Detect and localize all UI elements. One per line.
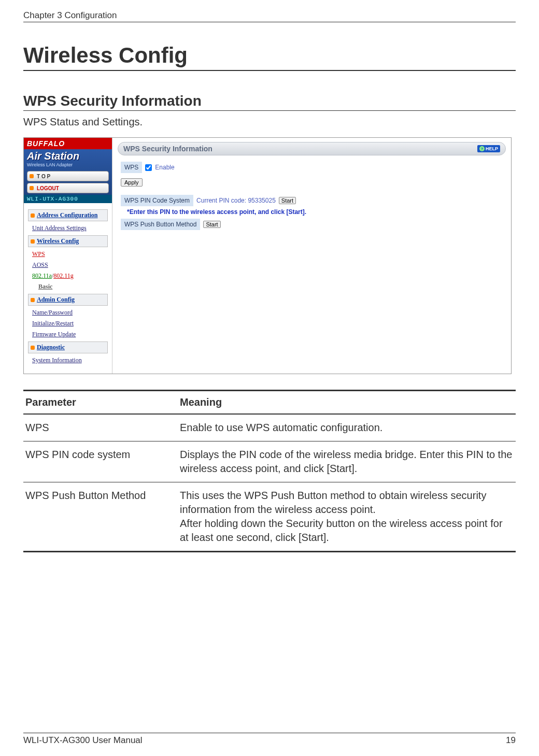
model-label: WLI-UTX-AG300 (24, 195, 112, 203)
bullet-icon (30, 174, 34, 178)
pin-block: WPS PIN Code System Current PIN code: 95… (121, 195, 506, 230)
product-subtitle: Wireless LAN Adapter (24, 162, 112, 169)
running-header: Chapter 3 Configuration (23, 10, 516, 22)
meaning-cell: Displays the PIN code of the wireless me… (178, 441, 516, 482)
footer-page-number: 19 (506, 735, 516, 746)
param-cell: WPS (23, 414, 178, 441)
pin-value: Current PIN code: 95335025 (196, 197, 276, 204)
help-button[interactable]: ?HELP (477, 145, 500, 152)
apply-button[interactable]: Apply (121, 178, 143, 187)
sidebar-item-label: System Information (32, 356, 82, 364)
bullet-icon (31, 239, 35, 244)
page-title: Wireless Config (23, 43, 516, 71)
table-header-meaning: Meaning (178, 391, 516, 415)
sidebar-item-label: Wireless Config (37, 237, 79, 245)
param-cell: WPS PIN code system (23, 441, 178, 482)
sidebar-item-initialize[interactable]: Initialize/Restart (32, 320, 108, 327)
pin-start-button[interactable]: Start (279, 197, 296, 204)
sidebar-item-label: Initialize/Restart (32, 320, 74, 327)
bullet-icon (31, 298, 35, 302)
enable-label: Enable (155, 164, 174, 171)
sidebar-item-admin-config[interactable]: Admin Config (28, 294, 108, 306)
brand-logo: BUFFALO (24, 138, 112, 149)
param-cell: WPS Push Button Method (23, 482, 178, 552)
bullet-icon (30, 186, 34, 190)
pin-row: WPS PIN Code System Current PIN code: 95… (121, 195, 506, 206)
bullet-icon (31, 213, 35, 218)
sidebar-item-label: Diagnostic (37, 344, 65, 351)
sidebar-item-label: Firmware Update (32, 331, 76, 338)
wps-enable-row: WPS Enable (121, 162, 506, 173)
pin-label: WPS PIN Code System (121, 195, 193, 206)
sidebar-item-wps[interactable]: WPS (32, 250, 108, 258)
sidebar-item-aoss[interactable]: AOSS (32, 261, 108, 269)
band-a-label: 802.11a (32, 272, 52, 279)
sidebar-item-diagnostic[interactable]: Diagnostic (28, 341, 108, 353)
sidebar-header: BUFFALO Air Station Wireless LAN Adapter… (24, 138, 112, 203)
page-footer: WLI-UTX-AG300 User Manual 19 (23, 733, 516, 746)
sidebar-item-address-config[interactable]: Address Configuration (28, 209, 108, 221)
sidebar-item-unit-address[interactable]: Unit Address Settings (32, 224, 108, 232)
sidebar-item-label: WPS (32, 250, 45, 258)
panel-title-bar: WPS Security Information ?HELP (118, 142, 506, 155)
footer-left: WLI-UTX-AG300 User Manual (23, 735, 143, 746)
table-row: WPS PIN code system Displays the PIN cod… (23, 441, 516, 482)
sidebar-item-name-password[interactable]: Name/Password (32, 309, 108, 317)
product-logo: Air Station (24, 149, 112, 162)
content-panel: WPS Security Information ?HELP WPS Enabl… (112, 138, 511, 374)
sidebar-item-label: Address Configuration (37, 211, 97, 219)
push-label: WPS Push Button Method (121, 219, 200, 230)
logout-button-label: LOGOUT (37, 186, 59, 191)
sidebar-item-firmware[interactable]: Firmware Update (32, 331, 108, 338)
logout-button[interactable]: LOGOUT (27, 183, 109, 193)
sidebar-item-band[interactable]: 802.11a/802.11g (32, 272, 108, 280)
sidebar-item-basic[interactable]: Basic (38, 283, 108, 291)
push-start-button[interactable]: Start (203, 221, 220, 228)
table-row: WPS Push Button Method This uses the WPS… (23, 482, 516, 552)
top-button-label: T O P (37, 174, 50, 179)
wps-label: WPS (121, 162, 142, 173)
parameter-table: Parameter Meaning WPS Enable to use WPS … (23, 390, 516, 552)
meaning-cell: Enable to use WPS automatic configuratio… (178, 414, 516, 441)
config-screenshot: BUFFALO Air Station Wireless LAN Adapter… (23, 137, 512, 374)
top-button[interactable]: T O P (27, 171, 109, 181)
table-row: WPS Enable to use WPS automatic configur… (23, 414, 516, 441)
sidebar-item-label: Unit Address Settings (32, 224, 87, 232)
sidebar-item-label: Admin Config (37, 296, 75, 304)
sidebar-item-label: AOSS (32, 261, 48, 268)
sidebar-item-label: Basic (38, 283, 52, 290)
help-label: HELP (486, 146, 498, 151)
pin-hint: *Enter this PIN to the wireless access p… (127, 208, 506, 216)
help-icon: ? (479, 146, 485, 151)
sidebar: BUFFALO Air Station Wireless LAN Adapter… (24, 138, 112, 374)
table-header-parameter: Parameter (23, 391, 178, 415)
sidebar-item-wireless-config[interactable]: Wireless Config (28, 235, 108, 247)
sidebar-item-system-info[interactable]: System Information (32, 356, 108, 364)
push-row: WPS Push Button Method Start (121, 219, 506, 230)
meaning-cell: This uses the WPS Push Button method to … (178, 482, 516, 552)
panel-title: WPS Security Information (123, 145, 212, 153)
intro-text: WPS Status and Settings. (23, 116, 516, 128)
section-title: WPS Security Information (23, 93, 516, 111)
bullet-icon (31, 346, 35, 350)
wps-enable-checkbox[interactable] (145, 164, 152, 171)
sidebar-item-label: Name/Password (32, 309, 73, 316)
side-nav: Address Configuration Unit Address Setti… (24, 203, 112, 374)
band-g-label: 802.11g (53, 272, 74, 279)
